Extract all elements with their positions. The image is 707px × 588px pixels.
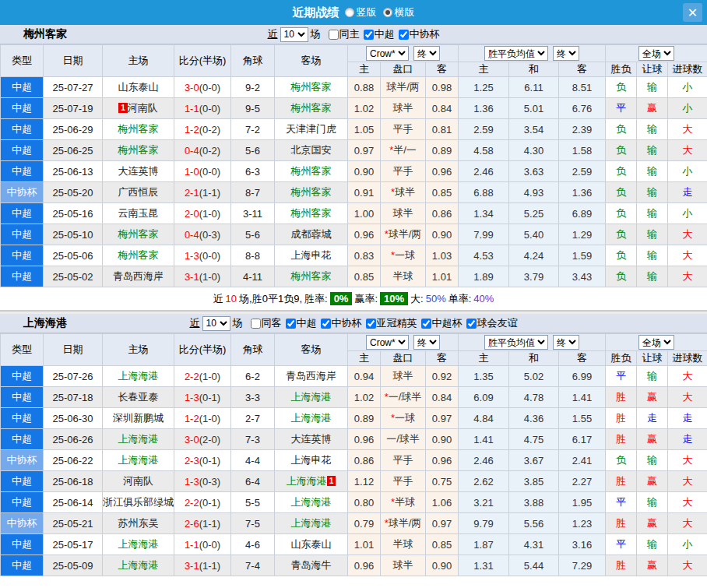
near-link[interactable]: 近 bbox=[268, 27, 278, 41]
home-team-link[interactable]: 上海海港 bbox=[118, 538, 159, 550]
filter-checkbox[interactable] bbox=[286, 319, 296, 329]
home-team-link[interactable]: 梅州客家 bbox=[118, 249, 159, 261]
away-team-link[interactable]: 成都蓉城 bbox=[291, 228, 332, 240]
home-team-link[interactable]: 大连英博 bbox=[118, 165, 159, 177]
home-team-link[interactable]: 长春亚泰 bbox=[118, 391, 159, 403]
home-team-link[interactable]: 河南队 bbox=[123, 475, 153, 487]
radio-circle-icon[interactable] bbox=[383, 8, 392, 17]
home-team-link[interactable]: 上海海港 bbox=[118, 454, 159, 466]
home-team-link[interactable]: 山东泰山 bbox=[118, 81, 159, 93]
match-row[interactable]: 中超25-06-13大连英博1-0(0-0)6-3梅州客家0.90平手0.962… bbox=[1, 161, 707, 182]
away-team-link[interactable]: 青岛海牛 bbox=[291, 559, 332, 571]
layout-radio-1[interactable]: 横版 bbox=[383, 5, 415, 19]
away-team-link[interactable]: 北京国安 bbox=[291, 144, 332, 156]
match-row[interactable]: 中超25-05-06梅州客家1-3(0-0)8-8上海申花0.83*一球1.03… bbox=[1, 245, 707, 266]
away-team-link[interactable]: 上海海港 bbox=[291, 517, 332, 529]
goals-result-cell: 大 bbox=[668, 450, 707, 471]
filter-option-0[interactable]: 同客 bbox=[251, 316, 282, 330]
handicap-cell: *一球 bbox=[381, 245, 426, 266]
match-row[interactable]: 中超25-06-30深圳新鹏城1-2(1-0)2-7上海海港0.89*一球0.9… bbox=[1, 408, 707, 429]
match-row[interactable]: 中超25-06-26上海海港3-0(2-0)7-3大连英博0.96一/球半0.9… bbox=[1, 429, 707, 450]
away-team-link[interactable]: 上海申花 bbox=[291, 249, 332, 261]
match-count-select[interactable]: 10 bbox=[202, 316, 230, 331]
match-row[interactable]: 中超25-07-27山东泰山3-0(0-0)9-2梅州客家0.88球半/两0.9… bbox=[1, 77, 707, 98]
home-team-link[interactable]: 深圳新鹏城 bbox=[113, 412, 164, 424]
home-team-link[interactable]: 青岛西海岸 bbox=[113, 270, 164, 282]
match-row[interactable]: 中超25-07-26上海海港2-2(1-0)6-2青岛西海岸0.94球半0.92… bbox=[1, 366, 707, 387]
filter-checkbox[interactable] bbox=[399, 30, 409, 40]
filter-option-2[interactable]: 中协杯 bbox=[321, 316, 362, 330]
away-team-link[interactable]: 青岛西海岸 bbox=[286, 370, 336, 382]
away-team-link[interactable]: 上海海港 bbox=[291, 496, 332, 508]
home-team-link[interactable]: 上海海港 bbox=[118, 370, 159, 382]
away-team-link[interactable]: 上海海港 bbox=[287, 475, 327, 487]
bookmaker-final-select[interactable]: 终 bbox=[413, 46, 440, 61]
away-team-link[interactable]: 山东泰山 bbox=[291, 538, 332, 550]
filter-option-0[interactable]: 同主 bbox=[329, 27, 360, 41]
home-team-link[interactable]: 苏州东吴 bbox=[118, 517, 159, 529]
europe-avg-select[interactable]: 胜平负均值 bbox=[484, 46, 548, 61]
match-row[interactable]: 中超25-05-09上海海港3-1(1-1)7-4青岛海牛0.96球半0.901… bbox=[1, 555, 707, 576]
filter-checkbox[interactable] bbox=[421, 319, 431, 329]
fullmatch-select[interactable]: 全场 bbox=[638, 46, 674, 61]
filter-checkbox[interactable] bbox=[321, 319, 331, 329]
match-row[interactable]: 中协杯25-05-21苏州东吴2-6(1-1)7-5上海海港0.79*球半/两0… bbox=[1, 513, 707, 534]
match-count-select[interactable]: 10 bbox=[280, 27, 308, 42]
home-team-link[interactable]: 浙江俱乐部绿城 bbox=[103, 496, 174, 508]
filter-option-1[interactable]: 中超 bbox=[286, 316, 317, 330]
home-team-link[interactable]: 梅州客家 bbox=[118, 228, 159, 240]
europe-final-select[interactable]: 终 bbox=[553, 46, 579, 61]
match-row[interactable]: 中超25-06-25梅州客家0-4(0-2)5-6北京国安0.97*半/一0.8… bbox=[1, 140, 707, 161]
europe-final-select[interactable]: 终 bbox=[553, 335, 579, 350]
match-row[interactable]: 中超25-05-16云南玉昆2-0(1-0)3-11梅州客家1.00球半0.86… bbox=[1, 203, 707, 224]
filter-option-2[interactable]: 中协杯 bbox=[399, 27, 440, 41]
home-team-link[interactable]: 上海海港 bbox=[118, 433, 159, 445]
away-team-link[interactable]: 上海海港 bbox=[291, 412, 332, 424]
match-row[interactable]: 中超25-05-02青岛西海岸3-1(1-0)4-11梅州客家0.85半球1.0… bbox=[1, 266, 707, 287]
filter-checkbox[interactable] bbox=[329, 30, 339, 40]
home-team-link[interactable]: 广西恒辰 bbox=[118, 186, 159, 198]
match-row[interactable]: 中超25-07-18长春亚泰1-3(0-1)3-3上海海港1.02*一/球半0.… bbox=[1, 387, 707, 408]
match-row[interactable]: 中超25-05-17上海海港1-1(0-0)4-6山东泰山1.01半球0.851… bbox=[1, 534, 707, 555]
near-link[interactable]: 近 bbox=[190, 316, 200, 330]
europe-avg-select[interactable]: 胜平负均值 bbox=[484, 335, 548, 350]
bookmaker-select[interactable]: Crow* bbox=[366, 335, 409, 350]
match-row[interactable]: 中超25-06-29梅州客家1-2(0-2)7-2天津津门虎1.05平手0.81… bbox=[1, 119, 707, 140]
away-team-link[interactable]: 梅州客家 bbox=[291, 81, 332, 93]
home-team-link[interactable]: 上海海港 bbox=[118, 559, 159, 571]
home-team-link[interactable]: 河南队 bbox=[128, 102, 158, 114]
match-row[interactable]: 中超25-05-10梅州客家0-4(0-3)5-6成都蓉城0.96*球半/两0.… bbox=[1, 224, 707, 245]
filter-checkbox[interactable] bbox=[366, 319, 376, 329]
filter-option-1[interactable]: 中超 bbox=[364, 27, 395, 41]
match-row[interactable]: 中超25-06-18河南队1-3(0-3)6-4上海海港11.12平手0.752… bbox=[1, 471, 707, 492]
bookmaker-select[interactable]: Crow* bbox=[366, 46, 409, 61]
filter-checkbox[interactable] bbox=[466, 319, 477, 329]
bookmaker-final-select[interactable]: 终 bbox=[413, 335, 440, 350]
layout-radio-0[interactable]: 竖版 bbox=[345, 5, 377, 19]
away-team-link[interactable]: 大连英博 bbox=[291, 433, 332, 445]
away-team-link[interactable]: 上海申花 bbox=[291, 454, 332, 466]
home-team-link[interactable]: 梅州客家 bbox=[118, 144, 159, 156]
match-row[interactable]: 中超25-07-191河南队1-1(0-0)9-5梅州客家1.02球半0.841… bbox=[1, 98, 707, 119]
away-team-link[interactable]: 梅州客家 bbox=[291, 270, 332, 282]
match-row[interactable]: 中协杯25-06-22上海海港2-3(0-1)4-4上海申花0.86平手0.96… bbox=[1, 450, 707, 471]
radio-circle-icon[interactable] bbox=[345, 8, 354, 17]
filter-option-5[interactable]: 球会友谊 bbox=[466, 316, 518, 330]
filter-checkbox[interactable] bbox=[364, 30, 374, 40]
close-icon[interactable]: ✕ bbox=[683, 3, 702, 22]
fullmatch-select[interactable]: 全场 bbox=[638, 335, 674, 350]
away-team-link[interactable]: 上海海港 bbox=[291, 391, 332, 403]
away-team-link[interactable]: 天津津门虎 bbox=[286, 123, 336, 135]
filter-option-3[interactable]: 亚冠精英 bbox=[366, 316, 417, 330]
home-team-link[interactable]: 梅州客家 bbox=[118, 123, 159, 135]
away-team-link[interactable]: 梅州客家 bbox=[291, 165, 332, 177]
filter-option-4[interactable]: 中超杯 bbox=[421, 316, 463, 330]
filter-checkbox[interactable] bbox=[251, 319, 261, 329]
handicap-result-cell: 输 bbox=[637, 534, 668, 555]
away-team-link[interactable]: 梅州客家 bbox=[291, 207, 332, 219]
match-row[interactable]: 中超25-06-14浙江俱乐部绿城2-2(0-1)5-5上海海港0.80*半球1… bbox=[1, 492, 707, 513]
home-team-link[interactable]: 云南玉昆 bbox=[118, 207, 159, 219]
away-team-link[interactable]: 梅州客家 bbox=[291, 186, 332, 198]
match-row[interactable]: 中协杯25-05-20广西恒辰2-1(1-1)8-7梅州客家0.91*球半0.8… bbox=[1, 182, 707, 203]
away-team-link[interactable]: 梅州客家 bbox=[291, 102, 332, 114]
